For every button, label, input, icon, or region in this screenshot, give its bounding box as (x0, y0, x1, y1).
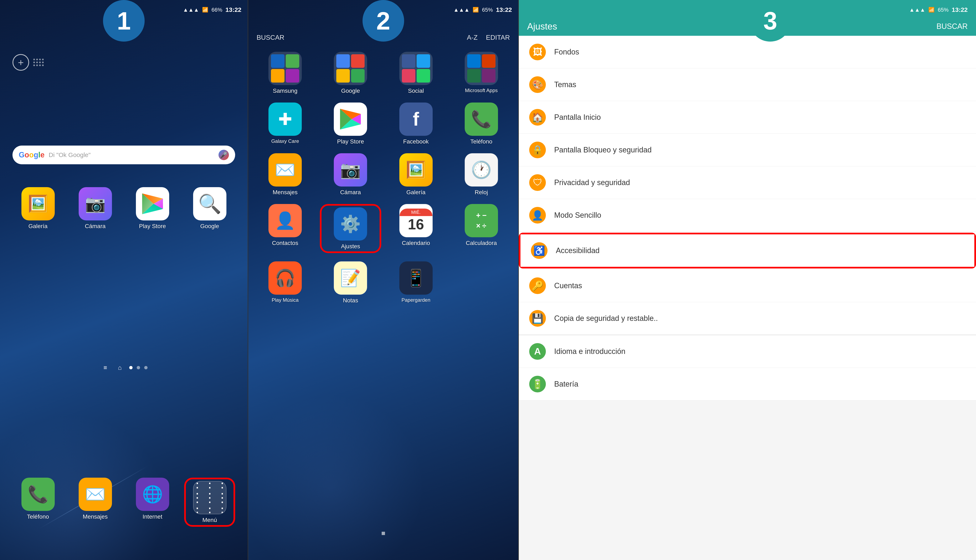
app-playstore[interactable]: Play Store (127, 187, 178, 230)
battery-3: 65% (938, 7, 949, 13)
app-notas[interactable]: 📝 Notas (320, 262, 381, 304)
app-mensajes-2[interactable]: ✉️ Mensajes (254, 153, 316, 196)
settings-copia-seguridad[interactable]: 💾 Copia de seguridad y restable.. (519, 302, 976, 335)
ajustes-label: Ajustes (341, 243, 360, 250)
wifi-icon-2: 📶 (473, 7, 479, 13)
google-label: Google (200, 223, 219, 230)
app-social[interactable]: Social (385, 52, 446, 94)
mensajes-icon: ✉️ (79, 478, 112, 511)
app-facebook[interactable]: f Facebook (385, 103, 446, 145)
app-galaxycare[interactable]: ✚ Galaxy Care (254, 103, 316, 145)
app-internet[interactable]: 🌐 Internet (127, 478, 178, 527)
settings-pantalla-inicio[interactable]: 🏠 Pantalla Inicio (519, 101, 976, 134)
playstore-label: Play Store (139, 223, 166, 230)
app-calendario[interactable]: MIÉ. 16 Calendario (385, 204, 446, 253)
settings-accesibilidad[interactable]: ♿ Accesibilidad (520, 234, 974, 267)
app-microsoft[interactable]: Microsoft Apps (451, 52, 512, 94)
internet-label: Internet (142, 513, 162, 520)
reloj-icon: 🕐 (465, 153, 498, 187)
mensajes-label-2: Mensajes (272, 189, 297, 196)
app-papergarden[interactable]: 📱 Papergarden (385, 262, 446, 304)
app-camara[interactable]: 📷 Cámara (70, 187, 121, 230)
telefono-icon-2: 📞 (465, 103, 498, 136)
app-contactos[interactable]: 👤 Contactos (254, 204, 316, 253)
pantalla-bloqueo-icon: 🔒 (529, 142, 546, 158)
menu-icon: ⋮⋮⋮⋮⋮⋮⋮⋮⋮ (193, 481, 226, 514)
fondos-label: Fondos (554, 48, 579, 57)
settings-list: 🖼 Fondos 🎨 Temas 🏠 Pantalla Inicio 🔒 Pan… (519, 36, 976, 400)
buscar-btn[interactable]: BUSCAR (257, 34, 284, 42)
nav-dots: ≡ ⌂ (0, 362, 247, 373)
idioma-label: Idioma e introducción (554, 347, 625, 356)
privacidad-icon: 🛡 (529, 174, 546, 191)
settings-pantalla-bloqueo[interactable]: 🔒 Pantalla Bloqueo y seguridad (519, 134, 976, 167)
calc-label: Calculadora (466, 240, 497, 247)
nav-dot-1 (129, 366, 132, 369)
az-btn[interactable]: A-Z (467, 34, 478, 42)
music-icon: 🎧 (269, 262, 302, 295)
internet-icon: 🌐 (136, 478, 169, 511)
settings-modo-sencillo[interactable]: 👤 Modo Sencillo (519, 199, 976, 232)
app-samsung[interactable]: Samsung (254, 52, 316, 94)
settings-cuentas[interactable]: 🔑 Cuentas (519, 270, 976, 302)
notas-icon: 📝 (334, 262, 367, 295)
editar-btn[interactable]: EDITAR (486, 34, 510, 42)
add-widget[interactable]: + (12, 54, 46, 71)
playstore-icon-2 (334, 103, 367, 136)
app-galeria[interactable]: 🖼️ Galería (12, 187, 64, 230)
battery-2: 65% (482, 7, 493, 13)
idioma-icon: A (529, 343, 546, 360)
telefono-icon: 📞 (22, 478, 55, 511)
google-folder-icon (334, 52, 367, 85)
app-reloj[interactable]: 🕐 Reloj (451, 153, 512, 196)
camara-label-2: Cámara (340, 189, 361, 196)
mic-icon[interactable]: 🎤 (219, 150, 229, 160)
settings-bateria[interactable]: 🔋 Batería (519, 368, 976, 400)
app-telefono-2[interactable]: 📞 Teléfono (451, 103, 512, 145)
papergarden-icon: 📱 (399, 262, 433, 295)
pantalla-bloqueo-label: Pantalla Bloqueo y seguridad (554, 145, 652, 154)
status-bar-3: ▲▲▲ 📶 65% 13:22 (519, 0, 976, 17)
google-folder-label: Google (341, 88, 360, 94)
galaxycare-icon: ✚ (269, 103, 302, 136)
app-menu-highlighted[interactable]: ⋮⋮⋮⋮⋮⋮⋮⋮⋮ Menú (184, 478, 235, 527)
app-google-folder[interactable]: Google (320, 52, 381, 94)
app-ajustes-highlighted[interactable]: ⚙️ Ajustes (320, 204, 381, 253)
telefono-label: Teléfono (27, 513, 49, 520)
time-3: 13:22 (952, 6, 968, 13)
widget-dots (33, 58, 46, 66)
s3-topbar: Ajustes BUSCAR (519, 17, 976, 36)
accesibilidad-label: Accesibilidad (556, 246, 600, 255)
settings-temas[interactable]: 🎨 Temas (519, 68, 976, 101)
settings-idioma[interactable]: A Idioma e introducción (519, 335, 976, 368)
fondos-icon: 🖼 (529, 44, 546, 60)
cuentas-icon: 🔑 (529, 277, 546, 294)
settings-privacidad[interactable]: 🛡 Privacidad y seguridad (519, 167, 976, 199)
mensajes-label: Mensajes (83, 513, 108, 520)
facebook-icon: f (399, 103, 433, 136)
ajustes-title: Ajustes (527, 21, 936, 32)
app-playstore-2[interactable]: Play Store (320, 103, 381, 145)
s3-buscar-btn[interactable]: BUSCAR (936, 22, 968, 31)
wifi-icon: 📶 (202, 7, 208, 13)
wifi-icon-3: 📶 (928, 7, 934, 13)
samsung-folder-icon (269, 52, 302, 85)
step-badge-2: 2 (363, 0, 404, 42)
main-apps-grid: 🖼️ Galería 📷 Cámara (12, 187, 235, 230)
add-icon[interactable]: + (12, 54, 29, 71)
app-telefono[interactable]: 📞 Teléfono (12, 478, 64, 527)
settings-fondos[interactable]: 🖼 Fondos (519, 36, 976, 68)
cuentas-label: Cuentas (554, 282, 582, 290)
app-calculadora[interactable]: + − × ÷ Calculadora (451, 204, 512, 253)
social-folder-icon (399, 52, 433, 85)
app-camara-2[interactable]: 📷 Cámara (320, 153, 381, 196)
app-google[interactable]: 🔍 Google (184, 187, 235, 230)
samsung-label: Samsung (273, 88, 297, 94)
app-galeria-2[interactable]: 🖼️ Galería (385, 153, 446, 196)
google-search-bar[interactable]: Google Di "Ok Google" 🎤 (12, 145, 235, 164)
app-playmusica[interactable]: 🎧 Play Música (254, 262, 316, 304)
nav-home2: ⌂ (115, 362, 125, 373)
temas-label: Temas (554, 80, 576, 89)
nav-home: ≡ (100, 362, 110, 373)
app-mensajes[interactable]: ✉️ Mensajes (70, 478, 121, 527)
